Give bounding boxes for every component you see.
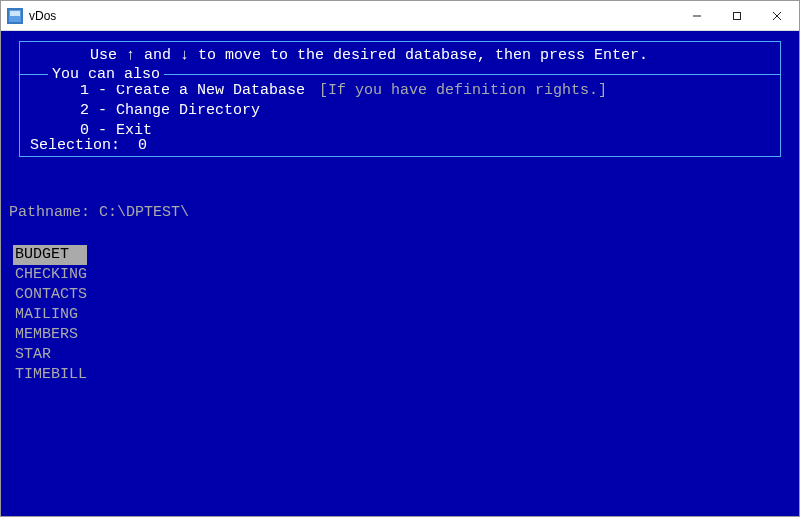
db-item-mailing[interactable]: MAILING [13,305,80,325]
window-title: vDos [29,9,56,23]
option-note: [If you have definition rights.] [319,82,607,99]
db-item-budget[interactable]: BUDGET [13,245,87,265]
option-2[interactable]: 2 - Change Directory [80,101,780,121]
pathname-line: Pathname: C:\DPTEST\ [5,203,795,223]
maximize-button[interactable] [717,2,757,30]
db-item-members[interactable]: MEMBERS [13,325,80,345]
db-item-star[interactable]: STAR [13,345,53,365]
terminal-screen[interactable]: Use ↑ and ↓ to move to the desired datab… [1,31,799,516]
selection-prompt: Selection: 0 [26,136,151,156]
db-item-timebill[interactable]: TIMEBILL [13,365,89,385]
minimize-button[interactable] [677,2,717,30]
svg-rect-4 [734,12,741,19]
app-icon [7,8,23,24]
db-item-checking[interactable]: CHECKING [13,265,89,285]
option-1[interactable]: 1 - Create a New Database[If you have de… [80,81,780,101]
selection-value[interactable]: 0 [138,137,147,154]
pathname-label: Pathname: [9,204,90,221]
option-num: 2 [80,102,89,119]
option-label: Change Directory [116,102,260,119]
svg-rect-2 [10,11,20,16]
subhead-label: You can also [48,65,164,85]
titlebar-left: vDos [7,8,56,24]
selection-label: Selection: [30,137,120,154]
db-item-contacts[interactable]: CONTACTS [13,285,89,305]
titlebar[interactable]: vDos [1,1,799,31]
database-list[interactable]: BUDGET CHECKING CONTACTS MAILING MEMBERS… [5,245,795,385]
menu-box: Use ↑ and ↓ to move to the desired datab… [19,41,781,147]
close-button[interactable] [757,2,797,30]
selection-divider: Selection: 0 [19,147,781,157]
window-controls [677,2,797,30]
app-window: vDos Use ↑ and ↓ to move to the desired … [0,0,800,517]
subhead-divider: You can also [20,74,780,75]
option-0[interactable]: 0 - Exit [80,121,780,141]
pathname-value: C:\DPTEST\ [99,204,189,221]
